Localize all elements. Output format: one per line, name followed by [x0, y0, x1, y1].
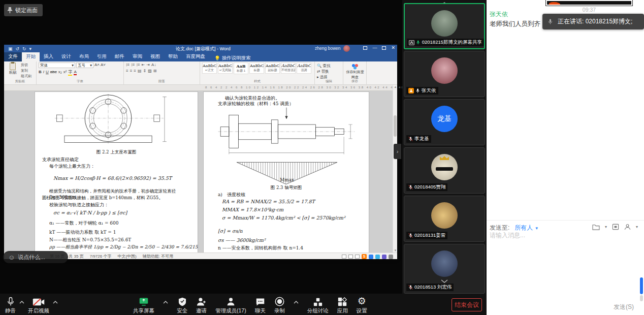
ribbon-display-icon[interactable]	[363, 46, 367, 50]
save-icon[interactable]: ▣	[8, 46, 13, 51]
paste-button[interactable]: 粘贴	[6, 62, 19, 79]
style-normal[interactable]: AaBbCcD↵正文	[202, 62, 217, 74]
invite-button[interactable]: 邀请	[196, 296, 207, 314]
numbering-icon[interactable]: ⁝≡	[131, 62, 135, 67]
chat-message-input[interactable]	[490, 232, 611, 239]
horizontal-ruler[interactable]: 8 6 4 2 2 4 6 8 10 12 14 16 18 20 22 24 …	[4, 85, 397, 91]
send-message-button[interactable]: 发送(S)	[614, 303, 634, 311]
subscript-button[interactable]: x₂	[58, 70, 62, 74]
document-area[interactable]: 图 2.2 上支座布置图 支承滚轮直径确定 每个滚轮上最大压力： Nmax = …	[4, 91, 393, 253]
indent-decrease-icon[interactable]: ⇤	[142, 62, 145, 67]
tab-layout[interactable]: 布局	[75, 52, 93, 61]
multilevel-icon[interactable]: ⁝≡	[136, 62, 140, 67]
account-avatar[interactable]	[343, 45, 350, 52]
end-meeting-button[interactable]: 结束会议	[452, 298, 482, 311]
format-painter-button[interactable]: 格式刷	[21, 74, 31, 79]
ime-keyboard-icon[interactable]	[382, 255, 387, 259]
style-title[interactable]: AaBbC标题	[249, 62, 264, 74]
send-to-dropdown[interactable]: 所有人 ▼	[514, 224, 538, 232]
print-layout-icon[interactable]	[348, 255, 353, 259]
borders-icon[interactable]: ⊞	[153, 69, 157, 73]
share-screen-button[interactable]: 共享屏幕	[133, 296, 154, 314]
chat-scrollbar[interactable]	[640, 277, 643, 294]
redo-icon[interactable]: ↻	[22, 46, 26, 51]
participant-tile-2[interactable]: 张天依	[404, 51, 485, 97]
tab-review[interactable]: 审阅	[128, 52, 146, 61]
apps-button[interactable]: 应用	[337, 296, 348, 314]
quick-access-toolbar[interactable]: ▣ ↺ ↻ ▾	[8, 46, 31, 51]
tab-insert[interactable]: 插入	[40, 52, 57, 61]
style-subtle-emphasis[interactable]: AaBbCcD不明显强调	[281, 62, 296, 74]
qat-customize-icon[interactable]: ▾	[29, 46, 32, 51]
record-button[interactable]: 录制	[274, 296, 285, 314]
chat-button[interactable]: 聊天	[255, 296, 266, 314]
document-scrollbar[interactable]: ▲ ▼	[393, 85, 397, 253]
tab-design[interactable]: 设计	[57, 52, 75, 61]
close-icon[interactable]: ✕	[391, 45, 395, 50]
font-family-combo[interactable]: 宋体▾	[39, 62, 75, 68]
ime-chinese-icon[interactable]	[369, 255, 373, 259]
align-center-icon[interactable]: ≡	[130, 69, 133, 73]
tab-view[interactable]: 视图	[146, 52, 164, 61]
file-transfer-icon[interactable]	[592, 224, 600, 230]
chat-sender-name[interactable]: 张天依	[490, 10, 508, 19]
document-page-right[interactable]: 确认为滚轮直径是合适的。 支承滚轮轴的校核（材料：45 调质）	[203, 91, 369, 253]
participant-tile-6[interactable]: 02018513 刘宏伟	[404, 244, 485, 294]
start-video-button[interactable]: 开启视频	[28, 296, 49, 314]
underline-button[interactable]: U	[46, 70, 49, 74]
align-left-icon[interactable]: ≡	[126, 69, 128, 73]
bullets-icon[interactable]: ⁝≡	[126, 62, 130, 67]
bold-button[interactable]: B	[39, 70, 42, 74]
mute-options-chevron-icon[interactable]	[19, 301, 24, 304]
find-button[interactable]: 🔍 查找	[317, 64, 341, 69]
shading-icon[interactable]: ▨	[148, 69, 152, 73]
mention-caret-icon[interactable]: ▾	[636, 225, 638, 229]
scroll-down-icon[interactable]: ▼	[394, 249, 397, 252]
mute-button[interactable]: 静音	[5, 296, 16, 314]
scroll-up-icon[interactable]: ▲	[394, 85, 397, 88]
superscript-button[interactable]: x²	[63, 70, 67, 74]
save-to-baidu-button[interactable]: 保存到百度网盘	[345, 62, 365, 80]
tell-me-search[interactable]: 💡 操作说明搜索	[214, 55, 251, 61]
align-right-icon[interactable]: ≡	[134, 69, 136, 73]
sort-icon[interactable]: A↓	[151, 62, 156, 67]
line-spacing-icon[interactable]: ⇕	[143, 69, 147, 73]
chat-image-cropped[interactable]	[546, 0, 632, 6]
tab-file[interactable]: 文件	[4, 52, 22, 61]
tab-baidu-pan[interactable]: 百度网盘	[182, 52, 209, 61]
tab-mailings[interactable]: 邮件	[111, 52, 128, 61]
danmaku-input[interactable]: ☺ 说点什么...	[3, 251, 68, 263]
tab-help[interactable]: 帮助	[164, 52, 182, 61]
manage-members-button[interactable]: 管理成员(17)	[215, 296, 246, 314]
strikethrough-button[interactable]: abc	[50, 70, 57, 74]
minimize-icon[interactable]: —	[372, 45, 377, 50]
smiley-icon[interactable]: ☺	[8, 254, 15, 261]
video-options-chevron-icon[interactable]	[53, 301, 58, 304]
font-size-combo[interactable]: 五号▾	[76, 62, 93, 68]
chat-scrollbar-track[interactable]	[640, 295, 643, 301]
sidebar-collapse-handle[interactable]: ›	[394, 144, 401, 159]
tab-home[interactable]: 开始	[22, 52, 40, 61]
style-emphasis[interactable]: AaBbCcD强调	[297, 62, 311, 74]
grow-font-icon[interactable]: A˄	[94, 62, 100, 68]
italic-button[interactable]: I	[43, 70, 44, 74]
language-indicator[interactable]: 中文(中国)	[117, 254, 136, 259]
participant-tile-5[interactable]: 02018131姜雷	[404, 196, 485, 242]
font-color-button[interactable]: A	[74, 70, 76, 75]
settings-button[interactable]: ⚙ 设置	[357, 296, 367, 314]
style-subtitle[interactable]: AaBbC副标题	[265, 62, 280, 74]
sogou-input-icon[interactable]: S	[362, 254, 367, 259]
lock-view-button[interactable]: 锁定画面	[4, 4, 43, 16]
web-layout-icon[interactable]	[355, 255, 360, 259]
replace-button[interactable]: ⇄ 替换	[317, 69, 341, 74]
style-heading1[interactable]: AaB标题 1	[234, 62, 248, 74]
record-options-chevron-icon[interactable]	[294, 301, 299, 304]
participant-tile-3[interactable]: 龙基 李龙基	[404, 99, 485, 145]
highlight-button[interactable]: 字	[68, 69, 72, 76]
read-mode-icon[interactable]	[342, 255, 346, 259]
scrollbar-thumb[interactable]	[394, 115, 397, 137]
indent-increase-icon[interactable]: ⇥	[146, 62, 150, 67]
security-button[interactable]: 安全	[177, 296, 187, 314]
share-options-chevron-icon[interactable]	[163, 301, 168, 304]
cut-button[interactable]: 剪切	[21, 62, 31, 68]
